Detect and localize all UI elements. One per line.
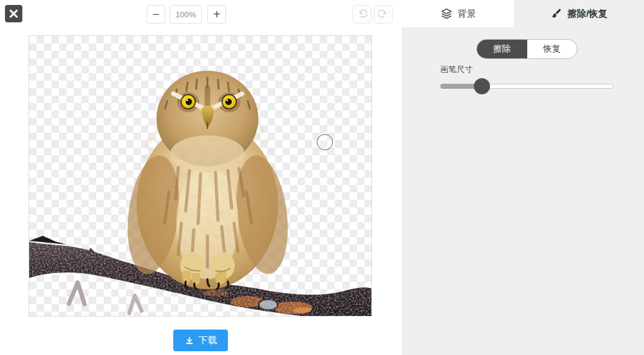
- owl-cutout-image: [29, 36, 372, 317]
- brush-size-slider[interactable]: [440, 79, 614, 93]
- close-icon: [9, 9, 18, 18]
- close-button[interactable]: [5, 5, 22, 22]
- redo-icon: [378, 9, 389, 20]
- restore-mode-button[interactable]: 恢复: [527, 40, 578, 58]
- zoom-out-button[interactable]: −: [147, 5, 165, 24]
- erase-mode-button[interactable]: 擦除: [477, 40, 527, 58]
- settings-panel: 背景 擦除/恢复 擦除 恢复 画笔尺寸: [402, 0, 644, 355]
- redo-button[interactable]: [374, 5, 393, 24]
- layers-icon: [440, 7, 453, 20]
- slider-handle[interactable]: [474, 78, 490, 94]
- tab-erase-restore[interactable]: 擦除/恢复: [514, 0, 644, 27]
- tab-background-label: 背景: [458, 8, 476, 20]
- download-button[interactable]: 下载: [173, 330, 228, 351]
- mode-toggle: 擦除 恢复: [476, 39, 578, 59]
- brush-icon: [551, 8, 563, 20]
- download-icon: [184, 336, 194, 346]
- zoom-level-value: 100%: [170, 5, 202, 24]
- minus-icon: −: [152, 8, 160, 20]
- brush-cursor-circle: [317, 134, 333, 150]
- tab-background[interactable]: 背景: [402, 0, 514, 27]
- brush-size-label: 画笔尺寸: [440, 64, 473, 75]
- editing-canvas[interactable]: [29, 35, 372, 317]
- undo-button[interactable]: [352, 5, 371, 24]
- plus-icon: +: [213, 8, 220, 20]
- undo-icon: [356, 9, 367, 20]
- owl-graphic: [122, 71, 294, 290]
- download-label: 下载: [199, 335, 217, 346]
- tab-erase-restore-label: 擦除/恢复: [568, 8, 607, 20]
- zoom-in-button[interactable]: +: [207, 5, 226, 24]
